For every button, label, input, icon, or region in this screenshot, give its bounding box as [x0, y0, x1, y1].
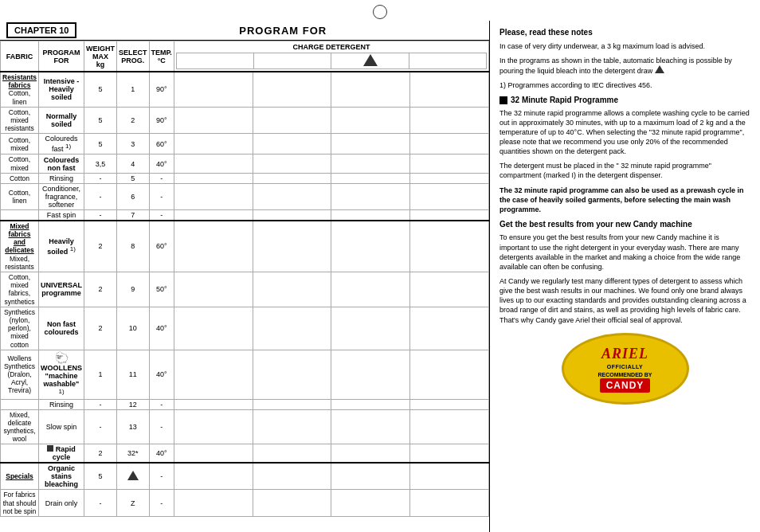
fabric-cell — [1, 399, 39, 409]
candy-text2: At Candy we regularly test many differen… — [499, 276, 750, 325]
charge-cell-2 — [253, 221, 331, 272]
mixed-fabrics-label: Mixed fabrics and delicates — [5, 222, 33, 255]
weight-cell: 5 — [84, 107, 117, 134]
weight-cell: 2 — [84, 221, 117, 272]
fabric-header: FABRIC — [1, 41, 39, 72]
footnote: 1) Programmes according to IEC directive… — [499, 80, 750, 90]
charge-cell-3 — [331, 350, 410, 399]
temp-cell: 40° — [149, 444, 174, 464]
charge-cell-3 — [331, 107, 410, 134]
charge-cell-2 — [253, 307, 331, 350]
charge-cell-2 — [253, 209, 331, 221]
charge-cell-4 — [410, 307, 489, 350]
fabric-cell: Cotton, mixed — [1, 134, 39, 155]
fabric-cell: Synthetics (nylon, perlon), mixed cotton — [1, 307, 39, 350]
select-cell: 12 — [117, 399, 150, 409]
select-cell: 10 — [117, 307, 150, 350]
weight-cell: - — [84, 209, 117, 221]
fabric-cell: Resistants fabricsCotton, linen — [1, 72, 39, 107]
charge-cell-1 — [174, 444, 253, 464]
program-cell: 🐑 WOOLLENS "machine washable" 1) — [39, 350, 84, 399]
select-cell: 8 — [117, 221, 150, 272]
select-cell: 32* — [117, 444, 150, 464]
rapid-text1: The 32 minute rapid programme allows a c… — [499, 108, 750, 157]
fabric-cell: Cotton — [1, 173, 39, 183]
weight-cell: - — [84, 409, 117, 444]
table-row: Resistants fabricsCotton, linen Intensiv… — [1, 72, 489, 107]
triangle-select-icon — [127, 471, 139, 480]
table-header-row: FABRIC PROGRAM FOR WEIGHTMAXkg SELECTPRO… — [1, 41, 489, 72]
charge-cell-2 — [253, 490, 331, 517]
table-row: Mixed, delicate synthetics, wool Slow sp… — [1, 409, 489, 444]
weight-cell: 2 — [84, 444, 117, 464]
table-title: PROGRAM FOR — [76, 25, 489, 37]
fabric-cell: Mixed, delicate synthetics, wool — [1, 409, 39, 444]
temp-cell: 40° — [149, 350, 174, 399]
candy-text1: To ensure you get the best results from … — [499, 233, 750, 272]
charge-cell-4 — [410, 463, 489, 490]
charge-cell-1 — [174, 134, 253, 155]
temp-cell: 90° — [149, 107, 174, 134]
table-row: Rapid cycle 2 32* 40° — [1, 444, 489, 464]
charge-cell-1 — [174, 307, 253, 350]
right-panel: Please, read these notes In case of very… — [490, 21, 760, 532]
table-row: Cotton Rinsing - 5 - — [1, 173, 489, 183]
program-cell: Coloureds fast 1) — [39, 134, 84, 155]
temp-cell: - — [149, 183, 174, 209]
select-cell: 13 — [117, 409, 150, 444]
rapid-section-title: 32 Minute Rapid Programme — [499, 95, 750, 106]
fabric-cell: Cotton, linen — [1, 183, 39, 209]
fabric-cell: Cotton, mixed — [1, 155, 39, 173]
charge-cell-4 — [410, 272, 489, 307]
temp-cell: - — [149, 490, 174, 517]
charge-cell-2 — [253, 72, 331, 107]
select-cell: 11 — [117, 350, 150, 399]
fabric-cell — [1, 209, 39, 221]
rapid-text3: The 32 minute rapid programme can also b… — [499, 186, 750, 214]
fabric-cell: Cotton, mixed resistants — [1, 107, 39, 134]
program-cell: Rinsing — [39, 399, 84, 409]
note2: In the programs as shown in the table, a… — [499, 56, 750, 76]
chapter-header: CHAPTER 10 PROGRAM FOR — [0, 21, 489, 41]
charge-cell-3 — [331, 272, 410, 307]
programmes-table: FABRIC PROGRAM FOR WEIGHTMAXkg SELECTPRO… — [0, 41, 489, 517]
temp-cell: 60° — [149, 134, 174, 155]
charge-cell-2 — [253, 350, 331, 399]
charge-cell-3 — [331, 221, 410, 272]
charge-cell-3 — [331, 399, 410, 409]
charge-cell-2 — [253, 183, 331, 209]
table-row: For fabrics that should not be spin Drai… — [1, 490, 489, 517]
note-triangle-icon — [655, 65, 664, 73]
select-cell: 7 — [117, 209, 150, 221]
candy-badge-text: CANDY — [600, 378, 651, 393]
table-row: Cotton, mixed Coloureds fast 1) 5 3 60° — [1, 134, 489, 155]
charge-cell-3 — [331, 155, 410, 173]
charge-cell-1 — [174, 221, 253, 272]
page: CHAPTER 10 PROGRAM FOR FABRIC PROGRAM FO… — [0, 0, 760, 532]
charge-cell-3 — [331, 209, 410, 221]
charge-cell-1 — [174, 463, 253, 490]
weight-cell: - — [84, 490, 117, 517]
fabric-cell: Specials — [1, 463, 39, 490]
charge-cell-4 — [410, 134, 489, 155]
select-cell: 5 — [117, 173, 150, 183]
charge-cell-3 — [331, 307, 410, 350]
fabric-cell: Mixed fabrics and delicatesMixed, resist… — [1, 221, 39, 272]
select-header: SELECTPROG. — [117, 41, 150, 72]
table-row: Cotton, mixed resistants Normally soiled… — [1, 107, 489, 134]
charge-cell-1 — [174, 350, 253, 399]
weight-cell: 3,5 — [84, 155, 117, 173]
fabric-label: Resistants fabrics — [2, 73, 37, 89]
program-cell: Fast spin — [39, 209, 84, 221]
select-cell — [117, 463, 150, 490]
weight-cell: 5 — [84, 134, 117, 155]
charge-cell-3 — [331, 490, 410, 517]
charge-cell-4 — [410, 209, 489, 221]
table-row: Cotton, mixed fabrics, synthetics UNIVER… — [1, 272, 489, 307]
select-cell: 6 — [117, 183, 150, 209]
table-row: Cotton, mixed Coloureds non fast 3,5 4 4… — [1, 155, 489, 173]
select-cell: 9 — [117, 272, 150, 307]
temp-cell: - — [149, 399, 174, 409]
program-cell: Normally soiled — [39, 107, 84, 134]
program-cell: Slow spin — [39, 409, 84, 444]
